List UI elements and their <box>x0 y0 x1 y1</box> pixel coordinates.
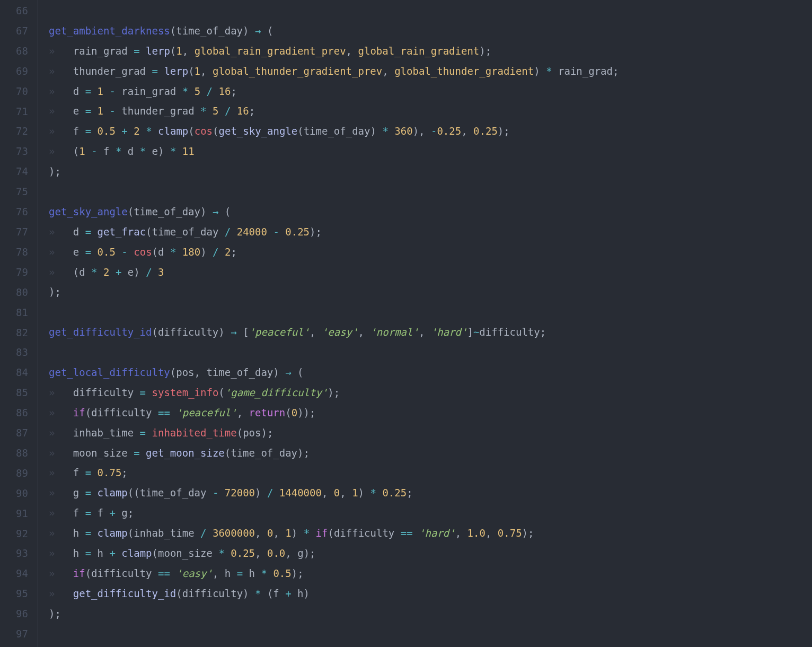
code-line[interactable]: get_ambient_darkness(time_of_day) → ( <box>49 21 812 41</box>
token-var <box>261 588 267 599</box>
token-pun: , <box>213 567 225 579</box>
code-line[interactable]: » f = f + g; <box>49 503 812 523</box>
token-var: time_of_day <box>231 447 297 459</box>
token-op: * <box>116 145 121 157</box>
token-num: 0 <box>267 527 273 539</box>
token-var <box>225 326 231 338</box>
token-num: 0.25 <box>437 125 461 137</box>
token-op: = <box>85 487 91 499</box>
token-str: 'normal' <box>370 326 419 338</box>
code-area[interactable]: get_ambient_darkness(time_of_day) → (» r… <box>38 0 812 647</box>
code-line[interactable]: » get_difficulty_id(difficulty) * (f + h… <box>49 584 812 604</box>
code-line[interactable]: ); <box>49 162 812 182</box>
code-line[interactable]: » difficulty = system_info('game_difficu… <box>49 383 812 403</box>
code-line[interactable]: » e = 1 - thunder_grad * 5 / 16; <box>49 101 812 121</box>
token-pun: ( <box>237 427 243 439</box>
line-number: 90 <box>0 484 28 504</box>
token-pun: ( <box>170 25 176 37</box>
token-pun: ( <box>225 447 231 459</box>
code-line[interactable] <box>49 1 812 21</box>
token-num: 0.75 <box>498 527 522 539</box>
code-line[interactable]: » (d * 2 + e) / 3 <box>49 263 812 283</box>
token-call: clamp <box>98 487 128 499</box>
code-line[interactable]: » d = get_frac(time_of_day / 24000 - 0.2… <box>49 222 812 242</box>
code-line[interactable] <box>49 343 812 363</box>
token-op: = <box>237 567 243 579</box>
code-line[interactable]: » thunder_grad = lerp(1, global_thunder_… <box>49 62 812 82</box>
token-var: e <box>121 266 134 278</box>
code-line[interactable]: » (1 - f * d * e) * 11 <box>49 142 812 162</box>
token-op: * <box>170 145 176 157</box>
token-op: → <box>213 206 218 217</box>
token-pun: ); <box>328 387 340 398</box>
code-line[interactable]: » h = h + clamp(moon_size * 0.25, 0.0, g… <box>49 544 812 564</box>
token-str: 'easy' <box>322 326 358 338</box>
token-var <box>85 145 91 157</box>
token-var: d <box>73 226 85 238</box>
code-line[interactable]: » f = 0.75; <box>49 463 812 483</box>
line-number: 93 <box>0 544 28 564</box>
code-line[interactable] <box>49 624 812 644</box>
code-line[interactable] <box>49 182 812 202</box>
token-pun: ( <box>213 125 218 137</box>
token-op: - <box>121 246 127 258</box>
token-var <box>219 246 225 258</box>
code-line[interactable]: » h = clamp(inhab_time / 3600000, 0, 1) … <box>49 523 812 544</box>
token-pun: ( <box>170 45 176 57</box>
code-line[interactable]: » inhab_time = inhabited_time(pos); <box>49 423 812 443</box>
code-line[interactable]: get_sky_angle(time_of_day) → ( <box>49 202 812 222</box>
token-var: f <box>91 507 109 519</box>
token-var <box>91 85 97 97</box>
code-line[interactable]: ); <box>49 282 812 302</box>
code-line[interactable]: » g = clamp((time_of_day - 72000) / 1440… <box>49 483 812 503</box>
code-line[interactable]: » if(difficulty == 'easy', h = h * 0.5); <box>49 564 812 584</box>
token-op: / <box>267 487 273 499</box>
line-number: 83 <box>0 343 28 363</box>
token-num: 0.25 <box>285 226 310 238</box>
token-op: = <box>85 246 91 258</box>
code-line[interactable]: » e = 0.5 - cos(d * 180) / 2; <box>49 242 812 263</box>
token-pun: , <box>419 326 431 338</box>
token-op: → <box>285 366 291 378</box>
token-var: rain_grad; <box>552 65 619 77</box>
token-pun: ) <box>370 125 383 137</box>
token-pun: ; <box>249 105 255 117</box>
code-line[interactable]: get_local_difficulty(pos, time_of_day) →… <box>49 363 812 383</box>
token-str: 'peaceful' <box>249 326 310 338</box>
code-line[interactable]: get_difficulty_id(difficulty) → ['peacef… <box>49 322 812 343</box>
token-var <box>140 125 146 137</box>
code-line[interactable]: » f = 0.5 + 2 * clamp(cos(get_sky_angle(… <box>49 121 812 142</box>
token-var <box>389 125 394 137</box>
token-pun: , <box>455 527 467 539</box>
code-line[interactable]: » d = 1 - rain_grad * 5 / 16; <box>49 82 812 102</box>
token-call: get_sky_angle <box>219 125 298 137</box>
code-line[interactable]: ); <box>49 604 812 624</box>
code-line[interactable]: » moon_size = get_moon_size(time_of_day)… <box>49 443 812 464</box>
token-call: clamp <box>98 527 128 539</box>
token-op: - <box>109 105 115 117</box>
token-glob: global_thunder_gradient_prev <box>213 65 382 77</box>
code-editor[interactable]: 6667686970717273747576777879808182838485… <box>0 0 812 647</box>
token-pun: ( <box>73 266 79 278</box>
code-line[interactable]: » if(difficulty == 'peaceful', return(0)… <box>49 403 812 423</box>
token-op: + <box>121 125 127 137</box>
token-var <box>91 105 97 117</box>
token-op: * <box>91 266 97 278</box>
token-pun: ( <box>146 226 152 238</box>
token-num: 1 <box>285 527 291 539</box>
token-var <box>116 246 121 258</box>
token-glob: global_thunder_gradient <box>394 65 534 77</box>
token-op: - <box>213 487 218 499</box>
token-var: g; <box>116 507 134 519</box>
code-line[interactable]: » rain_grad = lerp(1, global_rain_gradie… <box>49 41 812 62</box>
token-num: 1 <box>176 45 182 57</box>
token-pun: ( <box>328 527 333 539</box>
token-num: 2 <box>134 125 139 137</box>
code-line[interactable] <box>49 302 812 322</box>
token-call: get_frac <box>98 226 146 238</box>
token-var: time_of_day <box>134 206 200 217</box>
token-fn: get_difficulty_id <box>49 326 152 338</box>
token-pun: ) <box>243 25 249 37</box>
token-num: 16 <box>218 85 231 97</box>
token-num: 24000 <box>237 226 267 238</box>
